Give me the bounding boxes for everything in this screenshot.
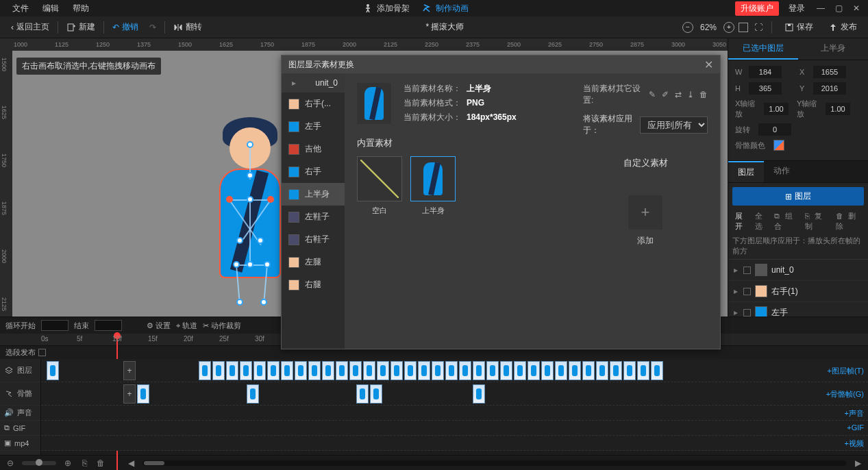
midtab-layers[interactable]: 图层 [728,161,764,182]
export-icon[interactable]: ⤓ [686,90,695,99]
add-custom-material[interactable]: + [628,195,662,230]
keyframe-thumb[interactable] [390,361,403,380]
keyframe-thumb[interactable] [528,361,540,380]
keyframe-thumb[interactable] [623,361,636,380]
keyframe-thumb[interactable] [240,361,252,380]
track-button[interactable]: ⌖ 轨道 [176,321,197,331]
track-gif[interactable]: +GIF [41,421,868,436]
close-icon[interactable]: ✕ [850,3,863,13]
bone-joint[interactable] [247,141,253,148]
dialog-unit-header[interactable]: ▸ unit_0 [282,73,345,92]
tl-zoom-in-icon[interactable]: ⊕ [63,458,73,468]
seg-publish-checkbox[interactable] [38,349,46,356]
publish-button[interactable]: 发布 [823,21,863,33]
new-button[interactable]: 新建 [61,21,101,33]
bone-joint[interactable] [247,172,253,179]
tl-scrollbar[interactable] [142,460,846,466]
track-bone[interactable]: +骨骼帧(G) + [41,382,868,406]
tab-selected-layer[interactable]: 已选中图层 [728,38,798,60]
bone-joint[interactable] [267,196,274,203]
track-label-layer[interactable]: 图层 [0,359,40,382]
keyframe-thumb[interactable] [445,361,458,380]
keyframe-thumb[interactable] [212,361,225,380]
menu-edit[interactable]: 编辑 [36,3,66,14]
keyframe-thumb[interactable] [637,361,649,380]
apply-to-select[interactable]: 应用到所有 [640,116,708,134]
bone-joint[interactable] [257,237,264,244]
dialog-layer-item[interactable]: 左鞋子 [282,206,345,228]
maximize-icon[interactable]: ▢ [832,3,845,13]
keyframe-thumb[interactable] [226,361,238,380]
keyframe-thumb[interactable] [596,361,608,380]
bone-joint[interactable] [236,237,243,244]
midtab-actions[interactable]: 动作 [764,161,799,182]
tool-group[interactable]: ⧉ 组合 [771,210,801,233]
fit-screen-icon[interactable] [739,23,748,32]
add-gif-link[interactable]: +GIF [847,423,864,432]
bone-joint[interactable] [260,299,267,306]
layer-row[interactable]: ▸左手 [728,302,868,317]
save-button[interactable]: 保存 [779,21,819,33]
bone-joint[interactable] [247,196,253,203]
keyframe-thumb[interactable] [281,361,293,380]
material-torso[interactable]: 上半身 [410,156,456,216]
undo-button[interactable]: ↶ 撤销 [107,21,144,33]
add-keyframe-icon[interactable]: + [123,361,136,380]
tool-copy[interactable]: ⎘ 复制 [802,210,831,233]
track-layer[interactable]: +图层帧(T) + [41,359,868,382]
add-keyframe-icon[interactable]: + [123,384,136,404]
keyframe-thumb[interactable] [651,361,663,380]
bone-joint[interactable] [226,196,233,203]
tl-zoom-out-icon[interactable]: ⊖ [5,458,15,468]
keyframe-thumb[interactable] [370,384,382,404]
add-sound-link[interactable]: +声音 [845,408,864,419]
upgrade-button[interactable]: 升级账户 [735,1,779,16]
dialog-layer-item[interactable]: 右手(... [282,92,345,115]
dialog-layer-item[interactable]: 吉他 [282,138,345,160]
tl-delete-icon[interactable]: 🗑 [96,458,106,468]
tab-add-bone[interactable]: 添加骨架 [363,3,410,14]
dialog-layer-item[interactable]: 左腿 [282,251,345,273]
bone-joint[interactable] [236,299,243,306]
layer-visible-checkbox[interactable] [743,288,751,295]
keyframe-thumb[interactable] [541,361,554,380]
keyframe-thumb[interactable] [473,361,485,380]
loop-start-input[interactable] [41,320,69,331]
value-xscale[interactable]: 1.00 [764,103,789,115]
track-mp4[interactable]: +视频 [41,436,868,451]
tl-copy-icon[interactable]: ⎘ [79,458,89,468]
layer-row[interactable]: ▸unit_0 [728,260,868,281]
paint-icon[interactable]: ✎ [648,90,657,99]
menu-file[interactable]: 文件 [5,3,36,14]
keyframe-thumb[interactable] [322,361,334,380]
dialog-layer-item[interactable]: 左手 [282,115,345,138]
keyframe-thumb[interactable] [582,361,595,380]
layer-visible-checkbox[interactable] [743,267,751,274]
dialog-layer-item[interactable]: 右鞋子 [282,228,345,251]
tool-expand[interactable]: 展开 [732,210,751,233]
track-label-sound[interactable]: 🔊 声音 [0,406,40,421]
keyframe-thumb[interactable] [500,361,512,380]
add-layer-frame-link[interactable]: +图层帧(T) [828,366,864,376]
keyframe-thumb[interactable] [363,361,375,380]
tl-scroll-right-icon[interactable]: ▶ [853,458,863,468]
keyframe-thumb[interactable] [418,361,430,380]
flip-button[interactable]: 翻转 [168,21,208,33]
minimize-icon[interactable]: — [815,3,827,13]
login-link[interactable]: 登录 [784,3,809,14]
keyframe-thumb[interactable] [514,361,526,380]
fullscreen-icon[interactable]: ⛶ [752,23,765,32]
keyframe-thumb[interactable] [267,361,280,380]
keyframe-thumb[interactable] [473,384,485,404]
settings-button[interactable]: ⚙ 设置 [147,321,171,331]
keyframe-thumb[interactable] [47,361,59,380]
layer-row[interactable]: ▸右手(1) [728,281,868,302]
keyframe-thumb[interactable] [486,361,499,380]
keyframe-thumb[interactable] [404,361,417,380]
tool-selectall[interactable]: 全选 [752,210,771,233]
loop-end-input[interactable] [95,320,122,331]
add-video-link[interactable]: +视频 [845,438,864,449]
crop-button[interactable]: ✂ 动作裁剪 [203,321,241,331]
tab-upper-body[interactable]: 上半身 [798,38,868,60]
trash-icon[interactable]: 🗑 [699,90,708,99]
